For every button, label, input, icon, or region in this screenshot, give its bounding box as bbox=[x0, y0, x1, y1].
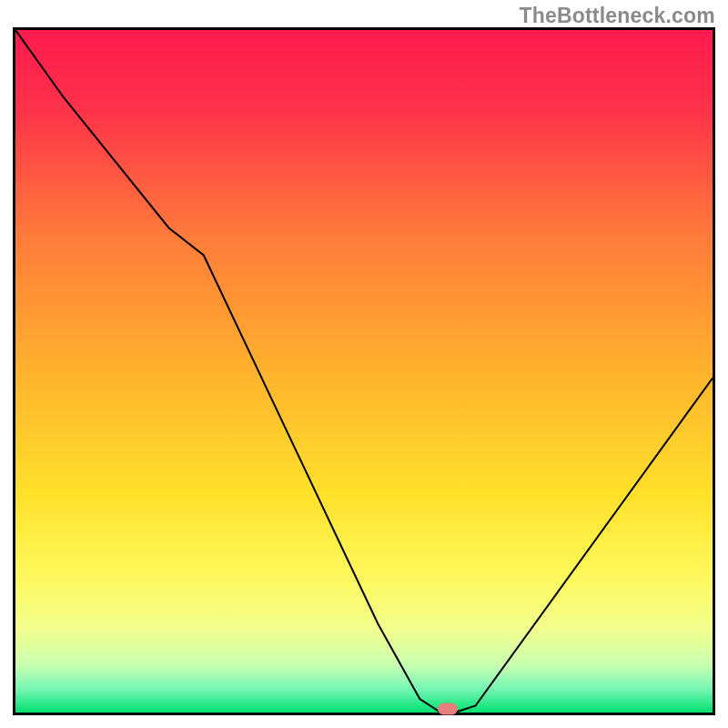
optimal-point-marker bbox=[438, 703, 458, 715]
chart-frame bbox=[13, 27, 715, 715]
watermark-text: TheBottleneck.com bbox=[519, 4, 715, 28]
chart-line bbox=[15, 30, 713, 713]
bottleneck-curve-path bbox=[15, 30, 713, 713]
